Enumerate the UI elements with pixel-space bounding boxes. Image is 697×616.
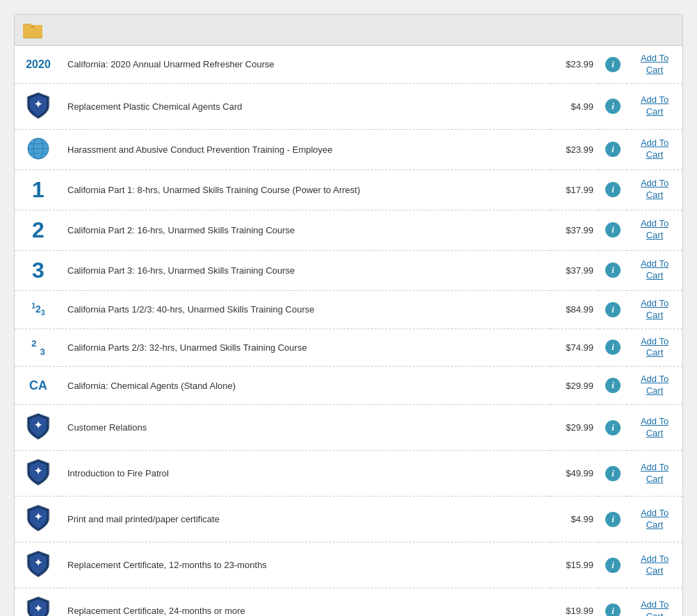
row-cart-cell[interactable]: Add ToCart (627, 497, 682, 542)
row-product-name: Replacement Plastic Chemical Agents Card (62, 83, 550, 129)
row-cart-cell[interactable]: Add ToCart (627, 210, 682, 250)
info-button[interactable]: i (605, 420, 621, 435)
svg-text:✦: ✦ (34, 99, 42, 110)
table-row: 2 3 California Parts 2/3: 32-hrs, Unarme… (15, 328, 682, 367)
add-to-cart-button[interactable]: Add ToCart (641, 462, 669, 485)
row-icon-cell (15, 129, 62, 169)
row-price: $4.99 (550, 497, 599, 542)
icon-23: 2 3 (31, 340, 44, 354)
row-info-cell[interactable]: i (599, 169, 627, 210)
row-product-name: Introduction to Fire Patrol (62, 451, 550, 497)
add-to-cart-button[interactable]: Add ToCart (641, 218, 669, 242)
icon-num-2: 2 (32, 217, 44, 242)
add-to-cart-button[interactable]: Add ToCart (641, 298, 669, 322)
add-to-cart-button[interactable]: Add ToCart (641, 374, 669, 397)
row-cart-cell[interactable]: Add ToCart (627, 328, 682, 367)
info-button[interactable]: i (605, 378, 621, 393)
row-cart-cell[interactable]: Add ToCart (627, 367, 682, 405)
row-icon-cell: ✦ (15, 588, 62, 616)
row-info-cell[interactable]: i (599, 46, 627, 83)
svg-text:✦: ✦ (34, 419, 42, 431)
info-button[interactable]: i (605, 182, 621, 197)
row-product-name: Replacement Certificate, 12-months to 23… (62, 542, 550, 588)
info-button[interactable]: i (605, 603, 621, 616)
row-icon-cell: ✦ (15, 405, 62, 451)
info-button[interactable]: i (605, 222, 621, 238)
add-to-cart-button[interactable]: Add ToCart (641, 336, 669, 360)
add-to-cart-button[interactable]: Add ToCart (641, 508, 669, 531)
add-to-cart-button[interactable]: Add ToCart (641, 53, 669, 76)
add-to-cart-button[interactable]: Add ToCart (641, 178, 669, 201)
section-header (15, 15, 682, 46)
add-to-cart-button[interactable]: Add ToCart (641, 599, 669, 616)
folder-icon (23, 20, 42, 40)
row-cart-cell[interactable]: Add ToCart (627, 588, 682, 616)
row-icon-cell: ✦ (15, 497, 62, 542)
row-cart-cell[interactable]: Add ToCart (627, 290, 682, 328)
row-icon-cell: ✦ (15, 451, 62, 497)
row-info-cell[interactable]: i (599, 210, 627, 250)
add-to-cart-button[interactable]: Add ToCart (641, 258, 669, 282)
info-button[interactable]: i (605, 558, 621, 573)
icon-num-3: 3 (32, 258, 44, 283)
row-icon-cell: 1 (15, 169, 62, 210)
info-button[interactable]: i (605, 466, 621, 481)
row-product-name: California Parts 1/2/3: 40-hrs, Unarmed … (62, 290, 550, 328)
row-price: $19.99 (550, 588, 599, 616)
add-to-cart-button[interactable]: Add ToCart (641, 416, 669, 440)
row-price: $37.99 (550, 210, 599, 250)
row-icon-cell: ✦ (15, 83, 62, 129)
main-container: 2020 California: 2020 Annual Unarmed Ref… (14, 14, 683, 616)
row-info-cell[interactable]: i (599, 83, 627, 129)
table-row: ✦ Print and mail printed/paper certifica… (15, 497, 682, 542)
svg-text:✦: ✦ (34, 557, 42, 568)
info-button[interactable]: i (605, 512, 621, 527)
table-row: ✦ Replacement Plastic Chemical Agents Ca… (15, 83, 682, 129)
info-button[interactable]: i (605, 263, 621, 278)
products-table: 2020 California: 2020 Annual Unarmed Ref… (15, 46, 682, 616)
row-info-cell[interactable]: i (599, 542, 627, 588)
row-cart-cell[interactable]: Add ToCart (627, 46, 682, 83)
table-row: 123 California Parts 1/2/3: 40-hrs, Unar… (15, 290, 682, 328)
row-info-cell[interactable]: i (599, 129, 627, 169)
row-cart-cell[interactable]: Add ToCart (627, 250, 682, 290)
row-product-name: California Part 3: 16-hrs, Unarmed Skill… (62, 250, 550, 290)
table-row: 1 California Part 1: 8-hrs, Unarmed Skil… (15, 169, 682, 210)
info-button[interactable]: i (605, 99, 621, 114)
info-button[interactable]: i (605, 57, 621, 72)
row-cart-cell[interactable]: Add ToCart (627, 405, 682, 451)
row-cart-cell[interactable]: Add ToCart (627, 451, 682, 497)
row-price: $29.99 (550, 367, 599, 405)
table-row: 2 California Part 2: 16-hrs, Unarmed Ski… (15, 210, 682, 250)
row-info-cell[interactable]: i (599, 588, 627, 616)
row-info-cell[interactable]: i (599, 451, 627, 497)
row-info-cell[interactable]: i (599, 497, 627, 542)
table-row: Harassment and Abusive Conduct Preventio… (15, 129, 682, 169)
row-price: $15.99 (550, 542, 599, 588)
info-button[interactable]: i (605, 302, 621, 317)
add-to-cart-button[interactable]: Add ToCart (641, 553, 669, 577)
row-price: $17.99 (550, 169, 599, 210)
info-button[interactable]: i (605, 340, 621, 355)
info-button[interactable]: i (605, 142, 621, 157)
row-info-cell[interactable]: i (599, 250, 627, 290)
add-to-cart-button[interactable]: Add ToCart (641, 138, 669, 161)
row-cart-cell[interactable]: Add ToCart (627, 129, 682, 169)
row-cart-cell[interactable]: Add ToCart (627, 542, 682, 588)
row-product-name: California Parts 2/3: 32-hrs, Unarmed Sk… (62, 328, 550, 367)
svg-text:✦: ✦ (34, 465, 42, 476)
row-info-cell[interactable]: i (599, 290, 627, 328)
row-price: $74.99 (550, 328, 599, 367)
row-info-cell[interactable]: i (599, 405, 627, 451)
table-row: ✦ Replacement Certificate, 12-months to … (15, 542, 682, 588)
row-product-name: California Part 2: 16-hrs, Unarmed Skill… (62, 210, 550, 250)
svg-text:✦: ✦ (34, 603, 42, 614)
add-to-cart-button[interactable]: Add ToCart (641, 94, 669, 118)
row-icon-cell: 2020 (15, 46, 62, 83)
row-cart-cell[interactable]: Add ToCart (627, 169, 682, 210)
row-info-cell[interactable]: i (599, 367, 627, 405)
row-cart-cell[interactable]: Add ToCart (627, 83, 682, 129)
row-price: $4.99 (550, 83, 599, 129)
row-info-cell[interactable]: i (599, 328, 627, 367)
row-product-name: California: 2020 Annual Unarmed Refreshe… (62, 46, 550, 83)
